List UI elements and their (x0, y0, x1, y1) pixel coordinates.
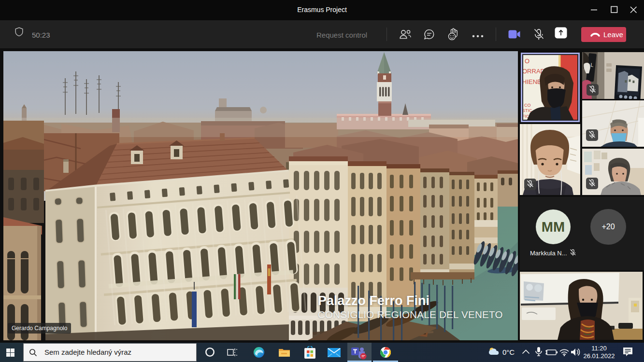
svg-text:O: O (525, 57, 530, 65)
svg-text:L: L (590, 62, 594, 68)
svg-text:HIENE: HIENE (523, 78, 542, 85)
svg-text:CO: CO (524, 103, 531, 108)
